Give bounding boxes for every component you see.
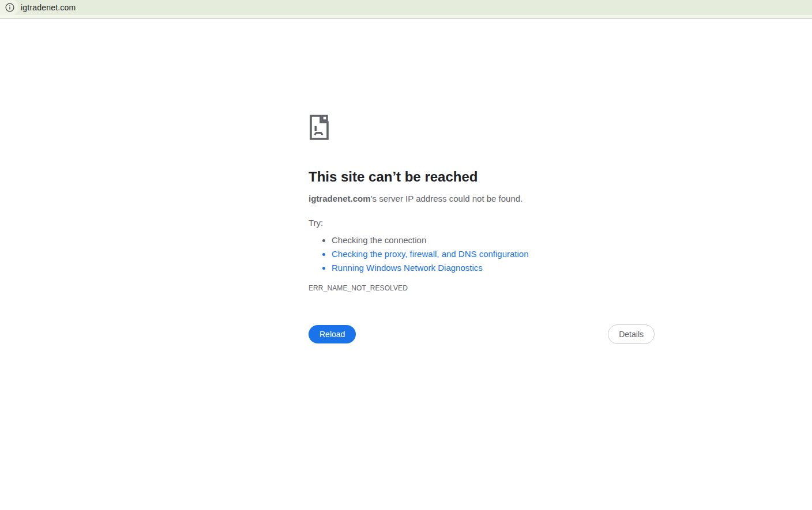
suggestion-checking-connection: Checking the connection [332,233,655,247]
error-code: ERR_NAME_NOT_RESOLVED [309,284,655,292]
error-domain: igtradenet.com [309,194,371,203]
details-button[interactable]: Details [608,324,655,344]
error-title: This site can’t be reached [309,169,655,185]
browser-address-bar[interactable]: igtradenet.com [0,0,812,15]
info-icon[interactable] [5,2,15,13]
suggestion-network-diagnostics-link[interactable]: Running Windows Network Diagnostics [332,261,655,275]
error-description-rest: ’s server IP address could not be found. [371,194,523,203]
error-description: igtradenet.com’s server IP address could… [309,193,655,204]
suggestion-proxy-firewall-dns-link[interactable]: Checking the proxy, firewall, and DNS co… [332,247,655,261]
bookmarks-strip [0,15,812,19]
error-page: This site can’t be reached igtradenet.co… [309,114,655,344]
omnibox-url[interactable]: igtradenet.com [21,3,76,12]
reload-button[interactable]: Reload [309,325,356,343]
action-button-row: Reload Details [309,324,655,344]
sad-page-icon [309,114,329,141]
try-label: Try: [309,218,655,228]
suggestion-list: Checking the connection Checking the pro… [309,233,655,275]
